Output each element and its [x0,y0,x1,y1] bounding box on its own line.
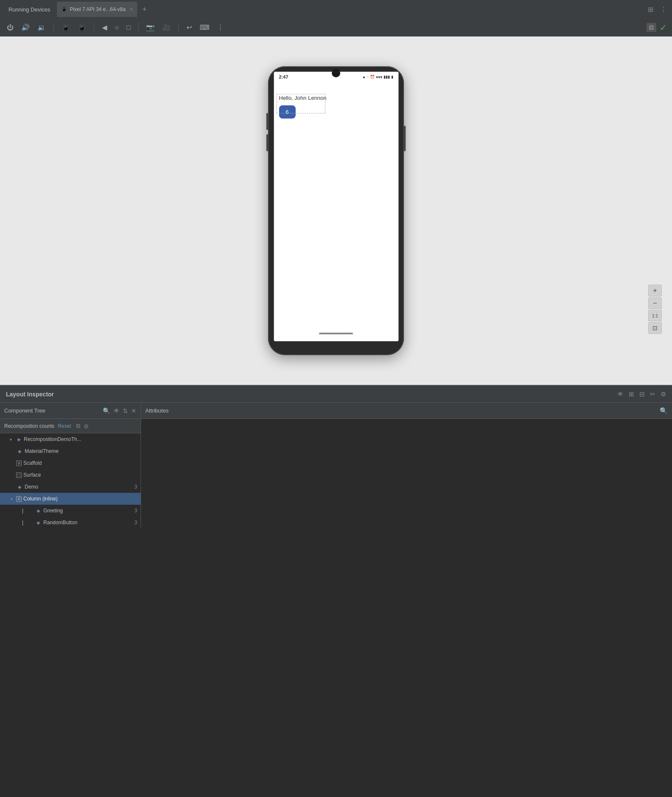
back-icon[interactable]: ◀ [100,23,109,32]
landscape-icon[interactable]: 📱 [76,23,88,32]
home-icon[interactable]: ○ [113,23,121,32]
tree-eye-icon[interactable]: 👁 [113,407,119,414]
expand-icon[interactable]: ▾ [8,496,14,502]
snapshot-icon[interactable]: ✂ [650,390,655,398]
tab-device-label: Pixel 7 API 34 e...64-v8a [70,6,125,12]
export-icon[interactable]: ⊟ [639,390,645,398]
phone-screen[interactable]: 2:47 ▲ ◦ ⏰ ▾▾▾ ▮▮▮ ▮ Hello, John Lennon … [274,71,399,342]
front-camera [332,69,340,77]
window-icon[interactable]: ⊞ [646,5,655,14]
check-icon[interactable]: ✓ [660,23,667,33]
power-icon[interactable]: ⏻ [5,23,15,32]
attributes-header: Attributes 🔍 [141,403,672,419]
toolbar-sep-3 [138,23,138,32]
alarm-icon: ⏰ [370,75,375,79]
keyboard-icon[interactable]: ⌨ [198,23,211,32]
load-overlay-icon[interactable]: ⊞ [629,390,634,398]
tab-add-button[interactable]: + [139,5,150,14]
tree-item[interactable]: ▶ □ Surface [0,469,141,481]
layout-inspector-title: Layout Inspector [6,391,54,398]
zoom-in-button[interactable]: + [648,285,662,297]
composable-icon: ◈ [15,436,22,443]
battery-icon: ▮ [391,75,393,79]
device-toolbar: ⏻ 🔊 🔉 📱 📱 ◀ ○ □ 📷 🎥 ↩ ⌨ ⋮ ⊡ ✓ [0,19,672,37]
tree-close-icon[interactable]: ✕ [131,407,136,414]
signal-bars-icon: ▮▮▮ [384,75,390,79]
phone-frame: 2:47 ▲ ◦ ⏰ ▾▾▾ ▮▮▮ ▮ Hello, John Lennon … [268,66,404,355]
attributes-pane: Attributes 🔍 [141,403,672,529]
zoom-controls: + − 1:1 ⊡ [648,285,662,334]
volume-down-button[interactable] [266,134,268,151]
composable-icon: ◈ [16,448,23,455]
clear-icon[interactable]: ⊘ [84,423,89,430]
recomposition-icons: ⧉ ⊘ [76,422,89,430]
tab-bar: Running Devices 📱 Pixel 7 API 34 e...64-… [0,0,672,19]
screen-content: Hello, John Lennon 6 [274,82,398,122]
tree-item[interactable]: ▶ ◈ MaterialTheme [0,445,141,457]
zoom-screenshot-button[interactable]: ⊡ [648,322,662,334]
toolbar-sep-4 [178,23,179,32]
component-tree-pane: Component Tree 🔍 👁 ⇅ ✕ Recomposition cou… [0,403,141,529]
volume-down-icon[interactable]: 🔉 [36,23,48,32]
more-options-icon[interactable]: ⋮ [658,5,669,14]
tree-node-count: 3 [129,520,137,526]
screen-record-icon[interactable]: 🎥 [161,23,172,32]
branch-line: | [22,520,25,526]
zoom-ratio-button[interactable]: 1:1 [648,310,662,321]
portrait-icon[interactable]: 📱 [60,23,72,32]
tree-node-label: Demo [25,484,127,490]
greeting-text: Hello, John Lennon [277,94,395,102]
tree-updown-icon[interactable]: ⇅ [123,407,128,414]
tree-node-label: Scaffold [23,460,127,466]
reset-button[interactable]: Reset [58,423,71,429]
tree-item[interactable]: | ▶ ◈ RandomButton 3 [0,517,141,529]
rotate-icon[interactable]: ↩ [185,23,194,32]
wifi-icon: ▾▾▾ [376,75,382,79]
home-indicator [319,333,353,334]
tree-node-label: MaterialTheme [25,448,127,454]
layout-inspector: Layout Inspector 👁 ⊞ ⊟ ✂ ⚙ Component Tre… [0,385,672,797]
tree-item[interactable]: ▶ ◈ Demo 3 [0,481,141,493]
tab-close-icon[interactable]: × [130,6,133,12]
composable-icon: ◈ [35,519,42,526]
composable-icon: ◈ [16,483,23,490]
status-time: 2:47 [279,74,288,79]
volume-up-icon[interactable]: 🔊 [20,23,31,32]
inspect-overlay-icon[interactable]: ⊡ [647,23,656,32]
live-updates-icon[interactable]: 👁 [617,390,624,398]
toolbar-sep-1 [54,23,54,32]
layout-inspector-toolbar: 👁 ⊞ ⊟ ✂ ⚙ [617,390,666,398]
attributes-title: Attributes [145,407,169,414]
signal-icon: ▲ [362,75,366,79]
tree-item[interactable]: ▶ ≡ Scaffold [0,457,141,469]
tree-item[interactable]: ▾ ◈ RecompositionDemoTh... [0,433,141,445]
signal2-icon: ◦ [367,75,368,79]
tree-search-icon[interactable]: 🔍 [103,407,110,414]
toolbar-right-controls: ⊡ ✓ [647,23,667,33]
tree-item[interactable]: | ▶ ◈ Greeting 3 [0,505,141,517]
recomposition-bar: Recomposition counts Reset ⧉ ⊘ [0,419,141,433]
status-icons: ▲ ◦ ⏰ ▾▾▾ ▮▮▮ ▮ [362,75,393,79]
composable-icon: ◈ [35,507,42,514]
tree-node-label: RandomButton [43,520,127,526]
zoom-out-button[interactable]: − [648,297,662,309]
copy-icon[interactable]: ⧉ [76,422,80,430]
expand-icon[interactable]: ▾ [8,436,14,442]
settings-icon[interactable]: ⚙ [661,390,666,398]
component-tree-items: ▾ ◈ RecompositionDemoTh... ▶ ◈ MaterialT… [0,433,141,529]
recents-icon[interactable]: □ [125,23,133,32]
tab-device-icon: 📱 [61,6,67,12]
attributes-search-icon[interactable]: 🔍 [660,407,668,415]
component-tree-header: Component Tree 🔍 👁 ⇅ ✕ [0,403,141,419]
recomposition-label: Recomposition counts [4,423,54,429]
power-button[interactable] [404,126,406,151]
tree-node-label: RecompositionDemoTh... [24,436,127,442]
tree-item-selected[interactable]: ▾ ≡ Column (inline) [0,493,141,505]
tab-pixel7[interactable]: 📱 Pixel 7 API 34 e...64-v8a × [57,2,137,17]
random-button[interactable]: 6 [279,105,296,119]
layout-inspector-header: Layout Inspector 👁 ⊞ ⊟ ✂ ⚙ [0,386,672,403]
tree-node-count: 3 [129,508,137,514]
overflow-icon[interactable]: ⋮ [215,23,226,32]
volume-up-button[interactable] [266,113,268,130]
screenshot-icon[interactable]: 📷 [144,23,156,32]
